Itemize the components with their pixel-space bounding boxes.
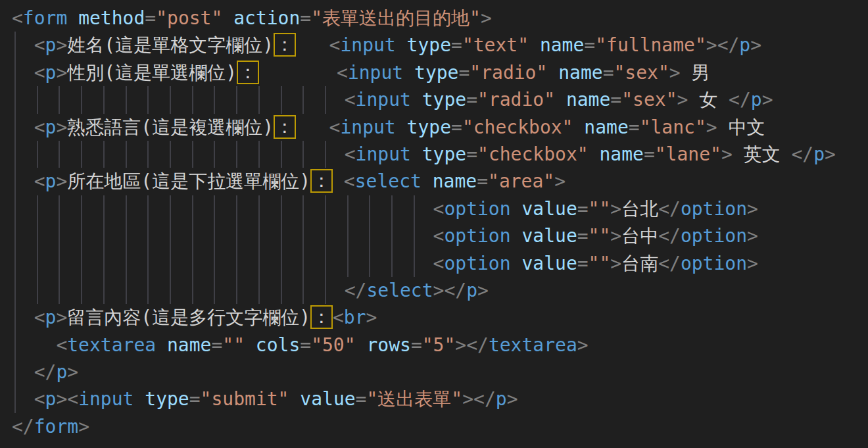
attribute-name: rows (366, 334, 410, 356)
punctuation: > (56, 116, 67, 138)
punctuation: > (747, 198, 758, 220)
code-line-13[interactable]: <textarea name="" cols="50" rows="5"></t… (12, 332, 868, 359)
punctuation: > (67, 361, 78, 383)
tag-name: p (466, 280, 477, 301)
punctuation: </ (658, 253, 681, 274)
tag-name: option (444, 253, 510, 274)
punctuation: = (466, 143, 477, 165)
punctuation: > (750, 34, 761, 56)
tag-name: p (496, 388, 507, 410)
indent-guides (12, 59, 34, 86)
punctuation: </ (658, 225, 681, 247)
indent-guides (12, 386, 34, 412)
text-content: 所在地區(這是下拉選單欄位) (67, 170, 310, 192)
tag-name: p (45, 307, 57, 328)
code-line-1[interactable]: <form method="post" action="表單送出的目的地"> (12, 5, 868, 32)
text-content (156, 334, 167, 356)
tag-name: input (340, 116, 395, 138)
punctuation: </ (12, 416, 34, 437)
code-line-14[interactable]: </p> (12, 359, 868, 386)
punctuation: = (211, 334, 222, 356)
attribute-value: "radio" (470, 62, 547, 84)
code-line-3[interactable]: <p>性別(這是單選欄位)： <input type="radio" name=… (12, 59, 868, 86)
attribute-value: "" (589, 198, 611, 220)
code-line-6[interactable]: <input type="checkbox" name="lane"> 英文 <… (12, 141, 868, 168)
tag-name: input (340, 34, 395, 56)
code-line-5[interactable]: <p>熟悉語言(這是複選欄位)： <input type="checkbox" … (12, 114, 868, 141)
punctuation: = (466, 89, 477, 111)
punctuation: < (433, 253, 445, 274)
punctuation: > (56, 34, 67, 56)
punctuation: < (337, 62, 348, 84)
code-line-15[interactable]: <p><input type="submit" value="送出表單"></p… (12, 386, 868, 412)
text-content (547, 62, 558, 84)
punctuation: < (34, 307, 45, 328)
text-content (333, 170, 344, 192)
attribute-value: "5" (422, 334, 456, 356)
indent-guides (12, 277, 345, 304)
text-content (411, 143, 422, 165)
indent-guides (12, 222, 433, 249)
attribute-value: "sex" (621, 89, 677, 111)
attribute-value: "" (222, 334, 245, 356)
code-line-12[interactable]: <p>留言內容(這是多行文字欄位)：<br> (12, 304, 868, 331)
punctuation: < (345, 89, 356, 111)
punctuation: = (603, 62, 614, 84)
attribute-name: cols (256, 334, 300, 356)
text-content (245, 334, 256, 356)
text-content (555, 89, 566, 111)
punctuation: = (477, 170, 488, 192)
attribute-name: value (300, 388, 355, 410)
code-line-2[interactable]: <p>姓名(這是單格文字欄位)： <input type="text" name… (12, 32, 868, 59)
code-line-10[interactable]: <option value="">台南</option> (12, 250, 868, 277)
punctuation: > (507, 388, 518, 410)
tag-name: p (45, 34, 57, 56)
punctuation: > (706, 116, 717, 138)
attribute-value: "text" (462, 34, 529, 56)
indent-guides (12, 332, 34, 359)
text-content (296, 116, 329, 138)
text-content (403, 62, 414, 84)
indent-space (34, 332, 57, 359)
punctuation: > (554, 170, 566, 192)
tag-name: option (444, 198, 510, 220)
tag-name: textarea (489, 334, 577, 356)
punctuation: = (356, 388, 367, 410)
indent-guides (12, 141, 345, 168)
text-content (259, 62, 337, 84)
punctuation: = (300, 7, 311, 29)
indent-guides (12, 250, 433, 277)
attribute-value: "" (589, 253, 611, 274)
unicode-highlight-box: ： (274, 33, 296, 57)
text-content: 中文 (717, 116, 765, 138)
attribute-value: "checkbox" (462, 116, 573, 138)
code-editor[interactable]: <form method="post" action="表單送出的目的地"><p… (0, 0, 868, 448)
attribute-name: name (433, 170, 477, 192)
unicode-highlight-box: ： (310, 305, 333, 329)
attribute-value: "" (589, 225, 611, 247)
unicode-highlight-box: ： (237, 61, 259, 84)
punctuation: > (481, 7, 492, 29)
attribute-name: type (145, 388, 189, 410)
punctuation: > (747, 253, 758, 274)
code-line-7[interactable]: <p>所在地區(這是下拉選單欄位)： <select name="area"> (12, 168, 868, 195)
code-line-16[interactable]: </form> (12, 413, 868, 440)
code-line-9[interactable]: <option value="">台中</option> (12, 222, 868, 249)
attribute-value: "lanc" (640, 116, 706, 138)
tag-name: option (681, 253, 747, 274)
attribute-value: "checkbox" (477, 143, 589, 165)
punctuation: < (433, 225, 445, 247)
punctuation: > (56, 62, 67, 84)
tag-name: form (34, 416, 78, 437)
text-content (511, 225, 522, 247)
code-line-11[interactable]: </select></p> (12, 277, 868, 304)
text-content: 台北 (621, 198, 658, 220)
tag-name: textarea (67, 334, 156, 356)
attribute-value: "送出表單" (366, 388, 462, 410)
punctuation: > (762, 89, 773, 111)
text-content: 台中 (621, 225, 658, 247)
attribute-value: "lane" (655, 143, 721, 165)
code-line-4[interactable]: <input type="radio" name="sex"> 女 </p> (12, 86, 868, 113)
text-content: 英文 (733, 143, 792, 165)
code-line-8[interactable]: <option value="">台北</option> (12, 195, 868, 222)
